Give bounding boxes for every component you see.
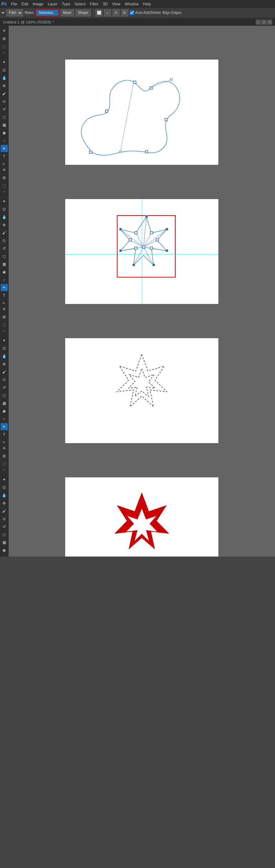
svg-line-8 bbox=[144, 247, 154, 265]
anchor-2[interactable] bbox=[105, 110, 108, 112]
tool-type[interactable]: T bbox=[1, 153, 8, 160]
white-canvas-2 bbox=[65, 199, 218, 309]
tool-eraser[interactable]: ◻ bbox=[1, 113, 8, 121]
tool-eraser-2[interactable]: ◻ bbox=[1, 253, 8, 260]
tool-dodge-4[interactable]: ○ bbox=[1, 554, 8, 557]
tool-heal-4[interactable]: ⊕ bbox=[1, 499, 8, 507]
tool-brush-3[interactable]: 🖌 bbox=[1, 368, 8, 375]
tool-blur-3[interactable]: ◉ bbox=[1, 407, 8, 415]
tool-icon-pen-1: ✒ bbox=[1, 10, 5, 15]
tool-select-rect-4[interactable]: ⬚ bbox=[1, 460, 8, 467]
menu-help-1[interactable]: Help bbox=[143, 2, 151, 6]
tool-magic-4[interactable]: ✦ bbox=[1, 476, 8, 483]
auto-add-checkbox-1[interactable] bbox=[130, 10, 134, 15]
tool-history-4[interactable]: ↺ bbox=[1, 523, 8, 530]
close-btn-1[interactable]: × bbox=[267, 20, 272, 25]
tool-eraser-4[interactable]: ◻ bbox=[1, 531, 8, 538]
tool-history[interactable]: ↺ bbox=[1, 106, 8, 113]
anchor-1[interactable] bbox=[89, 151, 92, 153]
tool-move-4[interactable]: ✛ bbox=[1, 445, 8, 452]
icon-c-1[interactable]: ⟳ bbox=[113, 9, 120, 16]
menu-3d-1[interactable]: 3D bbox=[103, 2, 108, 6]
tool-artboard-4[interactable]: ⊞ bbox=[1, 452, 8, 460]
tool-heal[interactable]: ⊕ bbox=[1, 82, 8, 89]
anchor-5[interactable] bbox=[165, 118, 167, 121]
menu-image-1[interactable]: Image bbox=[32, 2, 43, 6]
tool-pen-2[interactable]: ✒ bbox=[1, 284, 8, 291]
tool-dodge-3[interactable]: ○ bbox=[1, 415, 8, 422]
minimize-btn-1[interactable]: – bbox=[256, 20, 261, 25]
tool-blur-2[interactable]: ◉ bbox=[1, 268, 8, 275]
tool-lasso-2[interactable]: ⌒ bbox=[1, 190, 8, 197]
tool-artboard[interactable]: ⊞ bbox=[1, 35, 8, 42]
tool-move[interactable]: ✛ bbox=[1, 27, 8, 34]
tool-brush[interactable]: 🖌 bbox=[1, 90, 8, 97]
tool-eraser-3[interactable]: ◻ bbox=[1, 392, 8, 399]
white-canvas-3 bbox=[65, 338, 218, 448]
tool-crop-4[interactable]: ⊡ bbox=[1, 484, 8, 491]
tool-eyedrop-4[interactable]: 💧 bbox=[1, 492, 8, 499]
tool-clone-3[interactable]: ⊙ bbox=[1, 376, 8, 383]
icon-a-1[interactable]: ⬜ bbox=[95, 9, 103, 16]
tool-lasso-4[interactable]: ⌒ bbox=[1, 468, 8, 475]
tool-history-3[interactable]: ↺ bbox=[1, 384, 8, 391]
tool-heal-3[interactable]: ⊕ bbox=[1, 360, 8, 367]
svg-rect-18 bbox=[145, 215, 148, 218]
tool-artboard-2[interactable]: ⊞ bbox=[1, 174, 8, 181]
tool-select-rect-2[interactable]: ⬚ bbox=[1, 182, 8, 189]
tool-type-2[interactable]: T bbox=[1, 292, 8, 299]
menu-window-1[interactable]: Window bbox=[125, 2, 139, 6]
tool-blur-4[interactable]: ◉ bbox=[1, 547, 8, 554]
tool-select-rect-3[interactable]: ⬚ bbox=[1, 321, 8, 328]
restore-btn-1[interactable]: □ bbox=[261, 20, 266, 25]
tool-pen[interactable]: ✒ bbox=[1, 145, 8, 152]
tool-eyedrop[interactable]: 💧 bbox=[1, 74, 8, 81]
tool-gradient-3[interactable]: ▦ bbox=[1, 400, 8, 407]
tool-eyedrop-3[interactable]: 💧 bbox=[1, 352, 8, 360]
menu-select-1[interactable]: Select bbox=[74, 2, 85, 6]
menu-view-1[interactable]: View bbox=[112, 2, 120, 6]
tool-clone-2[interactable]: ⊙ bbox=[1, 237, 8, 244]
icon-d-1[interactable]: ⚙ bbox=[121, 9, 128, 16]
tool-clone-4[interactable]: ⊙ bbox=[1, 515, 8, 522]
tool-magic-2[interactable]: ✦ bbox=[1, 198, 8, 205]
menu-edit-1[interactable]: Edit bbox=[21, 2, 28, 6]
svg-marker-33 bbox=[129, 369, 155, 396]
selection-btn-1[interactable]: Selection... bbox=[36, 9, 59, 16]
tool-magic[interactable]: ✦ bbox=[1, 59, 8, 66]
tool-crop-2[interactable]: ⊡ bbox=[1, 205, 8, 213]
tool-pen-3[interactable]: ✒ bbox=[1, 423, 8, 430]
tool-artboard-3[interactable]: ⊞ bbox=[1, 313, 8, 320]
tool-type-3[interactable]: T bbox=[1, 431, 8, 438]
tool-dodge-2[interactable]: ○ bbox=[1, 276, 8, 283]
tool-lasso-3[interactable]: ⌒ bbox=[1, 329, 8, 336]
tool-gradient[interactable]: ▦ bbox=[1, 121, 8, 128]
anchor-6[interactable] bbox=[145, 151, 148, 153]
menu-file-1[interactable]: File bbox=[11, 2, 17, 6]
tool-gradient-2[interactable]: ▦ bbox=[1, 260, 8, 268]
tool-brush-2[interactable]: 🖌 bbox=[1, 229, 8, 236]
shape-btn-1[interactable]: Shape bbox=[76, 9, 91, 16]
tool-dodge[interactable]: ○ bbox=[1, 137, 8, 144]
tool-history-2[interactable]: ↺ bbox=[1, 245, 8, 252]
tool-gradient-4[interactable]: ▦ bbox=[1, 539, 8, 546]
path-mode-select-1[interactable]: Path bbox=[6, 9, 23, 16]
anchor-3[interactable] bbox=[134, 81, 136, 83]
menu-filter-1[interactable]: Filter bbox=[90, 2, 98, 6]
tool-clone[interactable]: ⊙ bbox=[1, 98, 8, 105]
tool-eyedrop-2[interactable]: 💧 bbox=[1, 213, 8, 220]
tool-magic-3[interactable]: ✦ bbox=[1, 337, 8, 344]
tool-brush-4[interactable]: 🖌 bbox=[1, 507, 8, 514]
tool-lasso[interactable]: ⌒ bbox=[1, 51, 8, 58]
tool-move-2[interactable]: ✛ bbox=[1, 166, 8, 173]
menu-type-1[interactable]: Type bbox=[62, 2, 71, 6]
icon-b-1[interactable]: ↔ bbox=[104, 9, 111, 16]
tool-move-3[interactable]: ✛ bbox=[1, 305, 8, 313]
tool-select-rect[interactable]: ⬚ bbox=[1, 43, 8, 50]
tool-heal-2[interactable]: ⊕ bbox=[1, 221, 8, 228]
menu-layer-1[interactable]: Layer bbox=[48, 2, 58, 6]
tool-blur[interactable]: ◉ bbox=[1, 129, 8, 136]
mask-btn-1[interactable]: Mask bbox=[61, 9, 74, 16]
tool-crop[interactable]: ⊡ bbox=[1, 66, 8, 73]
tool-crop-3[interactable]: ⊡ bbox=[1, 345, 8, 352]
